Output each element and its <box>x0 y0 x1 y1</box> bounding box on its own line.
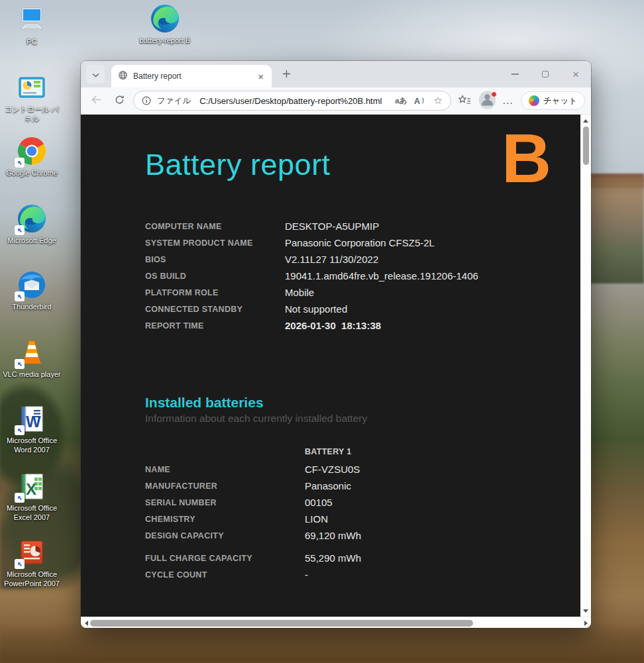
powerpoint-icon <box>16 536 48 568</box>
collections-button[interactable] <box>456 91 474 110</box>
wallpaper-cliff <box>0 623 644 663</box>
read-aloud-icon[interactable]: A <box>413 96 427 105</box>
desktop-icon-label: Microsoft Office Word 2007 <box>3 436 61 455</box>
battery-report-page: Battery report B COMPUTER NAME DESKTOP-A… <box>81 115 580 617</box>
svg-text:A: A <box>414 97 420 106</box>
arrow-left-icon <box>91 95 102 107</box>
row-value: Mobile <box>285 287 314 298</box>
row-value: Panasonic Corporation CFSZ5-2L <box>285 237 435 248</box>
desktop-icon-thunderbird[interactable]: Thunderbird <box>3 269 61 312</box>
row-value: LION <box>305 513 328 525</box>
pc-icon <box>16 4 48 36</box>
ellipsis-icon: … <box>502 94 514 107</box>
window-controls: × <box>500 61 591 87</box>
row-value: 55,290 mWh <box>305 552 361 564</box>
close-button[interactable]: × <box>561 61 591 87</box>
new-tab-button[interactable] <box>277 66 295 84</box>
row-value: V2.11L27 11/30/2022 <box>285 254 378 265</box>
row-label: CHEMISTRY <box>145 515 305 524</box>
desktop-icon-label: コントロール パネル <box>3 105 61 124</box>
desktop-icon-label: Google Chrome <box>6 169 58 178</box>
tab-actions-button[interactable] <box>86 65 105 83</box>
desktop-icon-label: Thunderbird <box>12 303 51 312</box>
translate-icon[interactable]: aあ <box>394 96 408 106</box>
svg-text:W: W <box>26 413 41 431</box>
table-row: FULL CHARGE CAPACITY 55,290 mWh <box>145 550 554 566</box>
row-label: DESIGN CAPACITY <box>145 531 305 540</box>
table-row: PLATFORM ROLE Mobile <box>145 284 554 301</box>
globe-icon <box>118 70 128 83</box>
minimize-button[interactable] <box>500 61 530 87</box>
edge-html-icon <box>149 3 181 34</box>
edge-icon <box>16 203 48 234</box>
desktop-icon-edge[interactable]: Microsoft Edge <box>3 203 61 246</box>
info-icon[interactable] <box>140 96 152 105</box>
thunderbird-icon <box>16 269 48 301</box>
tab-battery-report[interactable]: Battery report × <box>111 65 272 87</box>
row-value: Panasonic <box>305 480 351 491</box>
table-row: DESIGN CAPACITY 69,120 mWh <box>145 527 554 544</box>
address-bar[interactable]: ファイル C:/Users/user/Desktop/battery-repor… <box>133 91 451 111</box>
shortcut-arrow-icon <box>15 158 25 168</box>
desktop-icon-chrome[interactable]: Google Chrome <box>3 135 61 178</box>
word-icon: W <box>16 403 48 434</box>
scroll-left-arrow-icon[interactable] <box>81 617 91 628</box>
scroll-up-arrow-icon[interactable] <box>580 116 591 125</box>
address-url[interactable]: C:/Users/user/Desktop/battery-report%20B… <box>199 96 389 106</box>
desktop-icon-label: Microsoft Office Excel 2007 <box>3 504 61 523</box>
horizontal-scrollbar-thumb[interactable] <box>90 620 473 627</box>
row-value: 19041.1.amd64fre.vb_release.191206-1406 <box>285 270 478 281</box>
page-content: Battery report B COMPUTER NAME DESKTOP-A… <box>81 115 591 617</box>
star-icon[interactable]: ☆ <box>432 95 443 107</box>
desktop-icon-label: Microsoft Edge <box>7 236 56 246</box>
desktop-icon-word[interactable]: W Microsoft Office Word 2007 <box>3 403 61 455</box>
scroll-down-arrow-icon[interactable] <box>580 606 591 615</box>
shortcut-arrow-icon <box>15 425 25 435</box>
shortcut-arrow-icon <box>15 225 25 235</box>
row-value: 69,120 mWh <box>305 530 361 541</box>
table-row: COMPUTER NAME DESKTOP-A5UPMIP <box>145 218 554 234</box>
shortcut-arrow-icon <box>15 493 25 503</box>
copilot-chat-button[interactable]: チャット <box>521 91 585 110</box>
installed-batteries-heading: Installed batteries <box>145 395 554 411</box>
desktop-icon-excel[interactable]: X Microsoft Office Excel 2007 <box>3 470 61 523</box>
row-label: NAME <box>145 465 305 474</box>
refresh-button[interactable] <box>110 91 129 110</box>
desktop-icon-control-panel[interactable]: コントロール パネル <box>3 72 61 124</box>
maximize-button[interactable] <box>530 61 561 87</box>
copilot-label: チャット <box>543 95 577 107</box>
row-label: REPORT TIME <box>145 321 285 331</box>
table-row: CHEMISTRY LION <box>145 511 554 527</box>
profile-button[interactable] <box>479 93 496 109</box>
svg-text:X: X <box>26 480 36 498</box>
desktop-icon-powerpoint[interactable]: Microsoft Office PowerPoint 2007 <box>3 536 61 589</box>
table-row: CONNECTED STANDBY Not supported <box>145 301 554 317</box>
tab-strip: Battery report × × <box>81 61 591 87</box>
vertical-scrollbar[interactable] <box>580 115 591 617</box>
plus-icon <box>282 70 291 80</box>
wallpaper-building <box>583 178 644 283</box>
desktop-icon-label: VLC media player <box>3 370 60 380</box>
row-label: SYSTEM PRODUCT NAME <box>145 238 285 248</box>
shortcut-arrow-icon <box>15 291 25 301</box>
chrome-icon <box>16 135 48 167</box>
table-row: REPORT TIME 2026-01-30 18:13:38 <box>145 317 554 334</box>
desktop-icon-label: battery-report B <box>140 36 190 46</box>
desktop-icon-pc[interactable]: PC <box>3 4 61 47</box>
table-row: SYSTEM PRODUCT NAME Panasonic Corporatio… <box>145 234 554 251</box>
shortcut-arrow-icon <box>15 559 25 569</box>
control-panel-icon <box>16 72 48 103</box>
notification-dot <box>491 91 497 97</box>
more-menu-button[interactable]: … <box>500 94 516 107</box>
vertical-scrollbar-thumb[interactable] <box>583 127 589 165</box>
desktop-icon-battery-report-file[interactable]: battery-report B <box>136 3 194 46</box>
chevron-down-icon <box>92 70 99 79</box>
tab-close-button[interactable]: × <box>255 70 266 83</box>
shortcut-arrow-icon <box>15 359 25 369</box>
maximize-icon <box>542 71 549 77</box>
page-title: Battery report <box>145 148 554 182</box>
back-button[interactable] <box>87 91 105 110</box>
scroll-right-arrow-icon[interactable] <box>581 617 590 628</box>
desktop-icon-vlc[interactable]: VLC media player <box>3 336 61 380</box>
horizontal-scrollbar[interactable] <box>81 617 591 628</box>
